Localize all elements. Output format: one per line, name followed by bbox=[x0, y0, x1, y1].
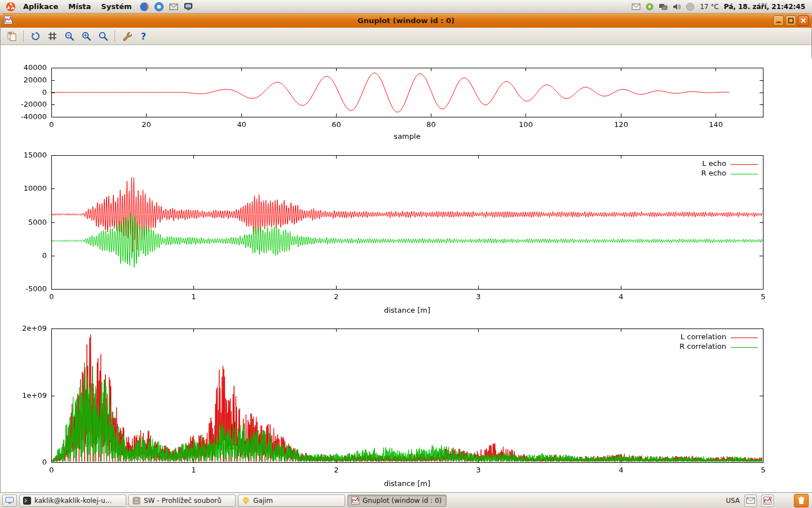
help-button[interactable]: ? bbox=[136, 29, 151, 43]
grid-button[interactable] bbox=[45, 29, 59, 43]
zoom-next-button[interactable] bbox=[79, 29, 93, 43]
zoom-next-icon bbox=[81, 31, 91, 41]
volume-tray-icon[interactable] bbox=[671, 1, 682, 12]
window-controls bbox=[773, 15, 809, 26]
weather-tray-icon[interactable] bbox=[685, 1, 696, 12]
panel-tray: 17 °C Pá, 18. září, 21:42:45 bbox=[629, 0, 809, 13]
gajim-icon bbox=[242, 497, 250, 505]
maximize-button[interactable] bbox=[785, 15, 796, 26]
taskbar-window-label: kaklik@kaklik-kolej-u... bbox=[34, 497, 112, 505]
plot-area bbox=[1, 59, 812, 506]
minimize-button[interactable] bbox=[773, 15, 784, 26]
toolbar-separator bbox=[23, 30, 24, 42]
toolbar: ? bbox=[1, 28, 811, 45]
display-tray-icon[interactable] bbox=[657, 1, 669, 12]
close-button[interactable] bbox=[798, 15, 809, 26]
gnuplot-icon bbox=[351, 497, 359, 505]
autoscale-button[interactable] bbox=[96, 29, 110, 43]
ubuntu-menu-icon[interactable] bbox=[5, 1, 17, 13]
taskbar-window-label: Gajim bbox=[253, 497, 273, 505]
keyboard-layout-indicator[interactable]: USA bbox=[726, 497, 740, 505]
temperature-indicator: 17 °C bbox=[700, 3, 718, 11]
titlebar[interactable]: Gnuplot (window id : 0) bbox=[1, 14, 811, 28]
taskbar-window-label: SW - Prohlížeč souborů bbox=[144, 497, 222, 505]
mail-launcher-icon[interactable] bbox=[167, 1, 180, 13]
firefox-launcher-icon[interactable] bbox=[138, 1, 151, 13]
desktop: Aplikace Místa Systém bbox=[0, 0, 812, 508]
gnuplot-tray-button[interactable] bbox=[761, 494, 774, 507]
mail-notification-button[interactable] bbox=[744, 494, 757, 507]
taskbar-window-gnuplot[interactable]: Gnuplot (window id : 0) bbox=[347, 494, 447, 507]
top-panel: Aplikace Místa Systém bbox=[0, 0, 812, 14]
taskbar-window-file-manager[interactable]: SW - Prohlížeč souborů bbox=[129, 494, 236, 507]
clock[interactable]: Pá, 18. září, 21:42:45 bbox=[724, 3, 805, 11]
help-launcher-icon[interactable] bbox=[153, 1, 165, 13]
copy-icon bbox=[7, 31, 17, 41]
zoom-previous-icon bbox=[64, 31, 74, 41]
mail-icon bbox=[746, 496, 755, 505]
replot-icon bbox=[30, 31, 41, 41]
copy-button[interactable] bbox=[5, 29, 19, 43]
show-desktop-icon bbox=[5, 497, 14, 505]
replot-button[interactable] bbox=[28, 29, 42, 43]
trash-icon bbox=[797, 496, 805, 505]
grid-icon bbox=[47, 31, 58, 41]
update-tray-icon[interactable] bbox=[644, 1, 655, 12]
taskbar-right: USA bbox=[726, 494, 810, 507]
autoscale-icon bbox=[98, 31, 108, 41]
menu-aplikace[interactable]: Aplikace bbox=[18, 0, 63, 13]
gnuplot-icon bbox=[764, 497, 771, 505]
taskbar-window-label: Gnuplot (window id : 0) bbox=[363, 497, 442, 505]
panel-left: Aplikace Místa Systém bbox=[3, 0, 196, 13]
trash-button[interactable] bbox=[794, 494, 809, 507]
toolbar-separator bbox=[114, 30, 115, 42]
mail-tray-icon[interactable] bbox=[630, 1, 642, 12]
menu-system[interactable]: Systém bbox=[96, 0, 136, 13]
settings-button[interactable] bbox=[120, 29, 134, 43]
menu-mista[interactable]: Místa bbox=[63, 0, 96, 13]
terminal-launcher-icon[interactable] bbox=[182, 1, 195, 13]
taskbar-window-terminal[interactable]: kaklik@kaklik-kolej-u... bbox=[19, 494, 126, 507]
taskbar-window-gajim[interactable]: Gajim bbox=[238, 494, 345, 507]
show-desktop-button[interactable] bbox=[2, 494, 17, 507]
taskbar: kaklik@kaklik-kolej-u... SW - Prohlížeč … bbox=[0, 492, 812, 508]
terminal-icon bbox=[23, 497, 31, 505]
zoom-previous-button[interactable] bbox=[62, 29, 76, 43]
gnuplot-plots-canvas[interactable] bbox=[1, 59, 812, 506]
settings-icon bbox=[122, 31, 132, 41]
window-title: Gnuplot (window id : 0) bbox=[1, 16, 811, 25]
gnuplot-window: Gnuplot (window id : 0) bbox=[0, 14, 812, 492]
file-manager-icon bbox=[133, 497, 140, 505]
